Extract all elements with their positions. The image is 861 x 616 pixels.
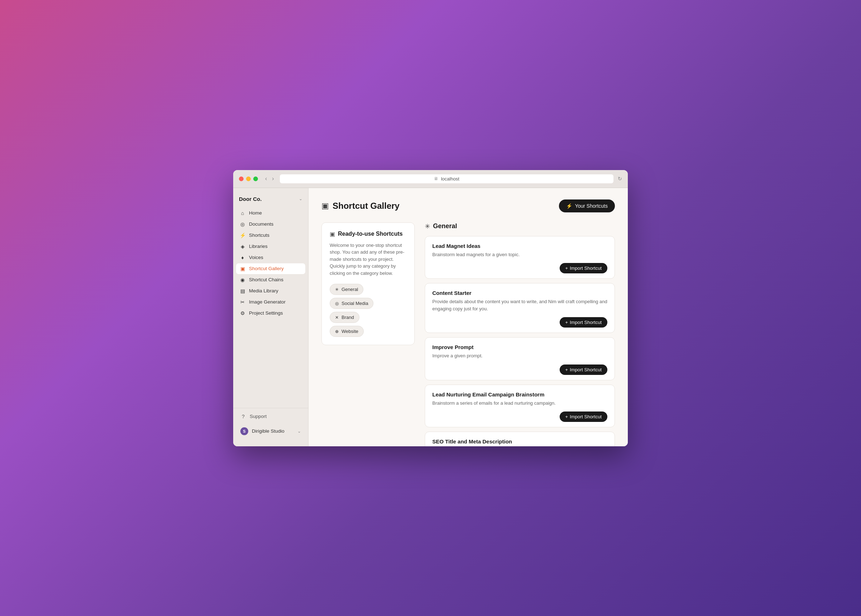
support-label: Support — [250, 414, 267, 419]
address-bar[interactable]: 🖥 localhost — [280, 174, 613, 183]
sidebar-item-documents[interactable]: ◎ Documents — [236, 219, 305, 229]
page-title-area: ▣ Shortcut Gallery — [321, 201, 400, 211]
category-tag-general[interactable]: ✳ General — [330, 284, 363, 295]
sidebar-item-home[interactable]: ⌂ Home — [236, 208, 305, 218]
address-bar-icon: 🖥 — [434, 176, 438, 181]
shortcut-card-title: Improve Prompt — [432, 344, 607, 350]
import-plus-icon: + — [566, 414, 568, 420]
forward-button[interactable]: › — [270, 175, 275, 182]
nav-buttons: ‹ › — [264, 175, 275, 182]
sidebar-item-image-generator[interactable]: ✂ Image Generator — [236, 297, 305, 308]
ready-section: ▣ Ready-to-use Shortcuts Welcome to your… — [321, 222, 415, 346]
shortcut-card-desc: Improve a given prompt. — [432, 352, 607, 360]
general-tag-icon: ✳ — [335, 287, 339, 292]
import-label: Import Shortcut — [570, 266, 602, 271]
shortcut-card-footer: + Import Shortcut — [432, 365, 607, 375]
shortcut-card-desc: Provide details about the content you wa… — [432, 298, 607, 312]
brand-chevron-icon: ⌄ — [299, 196, 302, 201]
back-button[interactable]: ‹ — [264, 175, 268, 182]
shortcut-card-title: Lead Magnet Ideas — [432, 243, 607, 249]
workspace-item[interactable]: S Dirigible Studio ⌄ — [237, 425, 304, 438]
category-tag-label: Social Media — [341, 301, 368, 306]
sidebar-item-label: Documents — [249, 222, 273, 227]
app-body: Door Co. ⌄ ⌂ Home ◎ Documents ⚡ Shortcut… — [233, 188, 628, 446]
brand-name: Door Co. — [239, 196, 262, 202]
traffic-light-close[interactable] — [239, 176, 244, 181]
project-settings-icon: ⚙ — [240, 310, 245, 316]
shortcut-card-improve-prompt: Improve Prompt Improve a given prompt. +… — [425, 337, 615, 380]
sidebar-item-libraries[interactable]: ◈ Libraries — [236, 241, 305, 252]
sidebar-item-shortcut-gallery[interactable]: ▣ Shortcut Gallery — [236, 263, 305, 274]
shortcut-card-seo-title: SEO Title and Meta Description Create an… — [425, 432, 615, 446]
image-generator-icon: ✂ — [240, 299, 245, 305]
address-bar-url: localhost — [441, 176, 459, 182]
sidebar-item-project-settings[interactable]: ⚙ Project Settings — [236, 308, 305, 319]
right-panel: ✳ General Lead Magnet Ideas Brainstorm l… — [425, 222, 615, 446]
browser-window: ‹ › 🖥 localhost ↻ Door Co. ⌄ ⌂ Home ◎ — [233, 170, 628, 446]
sidebar-item-label: Home — [249, 210, 262, 215]
sidebar-item-voices[interactable]: ♦ Voices — [236, 252, 305, 263]
import-shortcut-button-lead-nurturing[interactable]: + Import Shortcut — [560, 412, 607, 422]
shortcut-card-footer: + Import Shortcut — [432, 317, 607, 328]
shortcuts-icon: ⚡ — [240, 233, 245, 238]
category-tag-label: General — [341, 287, 358, 292]
import-plus-icon: + — [566, 266, 568, 271]
shortcut-gallery-icon: ▣ — [240, 266, 245, 272]
sidebar-item-shortcut-chains[interactable]: ◉ Shortcut Chains — [236, 275, 305, 285]
import-plus-icon: + — [566, 320, 568, 325]
category-tag-brand[interactable]: ✕ Brand — [330, 312, 360, 323]
general-section-title: General — [433, 222, 457, 230]
sidebar-item-label: Libraries — [249, 244, 268, 249]
home-icon: ⌂ — [240, 210, 245, 216]
category-tag-label: Brand — [341, 314, 354, 320]
sidebar-item-label: Shortcut Chains — [249, 277, 283, 282]
traffic-light-fullscreen[interactable] — [253, 176, 258, 181]
import-shortcut-button-improve-prompt[interactable]: + Import Shortcut — [560, 365, 607, 375]
shortcut-card-title: Lead Nurturing Email Campaign Brainstorm — [432, 391, 607, 398]
documents-icon: ◎ — [240, 222, 245, 227]
website-tag-icon: ⊕ — [335, 329, 339, 334]
import-shortcut-button-content-starter[interactable]: + Import Shortcut — [560, 317, 607, 328]
sidebar-item-label: Media Library — [249, 288, 278, 294]
sidebar-item-label: Image Generator — [249, 299, 286, 305]
ready-icon: ▣ — [330, 231, 335, 237]
import-label: Import Shortcut — [570, 367, 602, 372]
shortcut-card-footer: + Import Shortcut — [432, 412, 607, 422]
libraries-icon: ◈ — [240, 244, 245, 249]
sidebar-nav: ⌂ Home ◎ Documents ⚡ Shortcuts ◈ Librari… — [233, 208, 308, 405]
import-label: Import Shortcut — [570, 320, 602, 325]
main-content: ▣ Shortcut Gallery ⚡ Your Shortcuts ▣ Re… — [308, 188, 628, 446]
general-section-icon: ✳ — [425, 222, 430, 230]
your-shortcuts-button[interactable]: ⚡ Your Shortcuts — [559, 200, 615, 212]
page-title-icon: ▣ — [321, 201, 329, 211]
shortcut-card-content-starter: Content Starter Provide details about th… — [425, 283, 615, 333]
category-tag-website[interactable]: ⊕ Website — [330, 326, 364, 337]
sidebar-item-label: Shortcut Gallery — [249, 266, 284, 271]
refresh-button[interactable]: ↻ — [618, 176, 622, 182]
left-panel: ▣ Ready-to-use Shortcuts Welcome to your… — [321, 222, 415, 446]
workspace-chevron-icon: ⌄ — [297, 429, 301, 434]
page-title: Shortcut Gallery — [333, 201, 400, 211]
sidebar-item-media-library[interactable]: ▤ Media Library — [236, 286, 305, 296]
workspace-label: Dirigible Studio — [252, 428, 284, 434]
shortcut-cards: Lead Magnet Ideas Brainstorm lead magnet… — [425, 236, 615, 446]
your-shortcuts-label: Your Shortcuts — [575, 203, 608, 209]
category-tags: ✳ General ◎ Social Media ✕ Brand — [330, 284, 407, 337]
import-label: Import Shortcut — [570, 414, 602, 420]
traffic-light-minimize[interactable] — [246, 176, 251, 181]
workspace-avatar: S — [240, 427, 248, 435]
ready-description: Welcome to your one-stop shortcut shop. … — [330, 242, 407, 277]
shortcut-card-lead-nurturing: Lead Nurturing Email Campaign Brainstorm… — [425, 385, 615, 427]
page-header: ▣ Shortcut Gallery ⚡ Your Shortcuts — [321, 200, 615, 212]
import-shortcut-button-lead-magnet[interactable]: + Import Shortcut — [560, 263, 607, 273]
category-tag-label: Website — [341, 328, 358, 334]
content-grid: ▣ Ready-to-use Shortcuts Welcome to your… — [321, 222, 615, 446]
sidebar-item-shortcuts[interactable]: ⚡ Shortcuts — [236, 230, 305, 241]
sidebar-brand[interactable]: Door Co. ⌄ — [233, 194, 308, 208]
category-tag-social-media[interactable]: ◎ Social Media — [330, 298, 374, 309]
shortcut-card-title: SEO Title and Meta Description — [432, 438, 607, 445]
your-shortcuts-icon: ⚡ — [566, 203, 572, 209]
support-item[interactable]: ? Support — [237, 411, 304, 422]
social-media-tag-icon: ◎ — [335, 301, 339, 306]
browser-toolbar: ‹ › 🖥 localhost ↻ — [233, 170, 628, 188]
